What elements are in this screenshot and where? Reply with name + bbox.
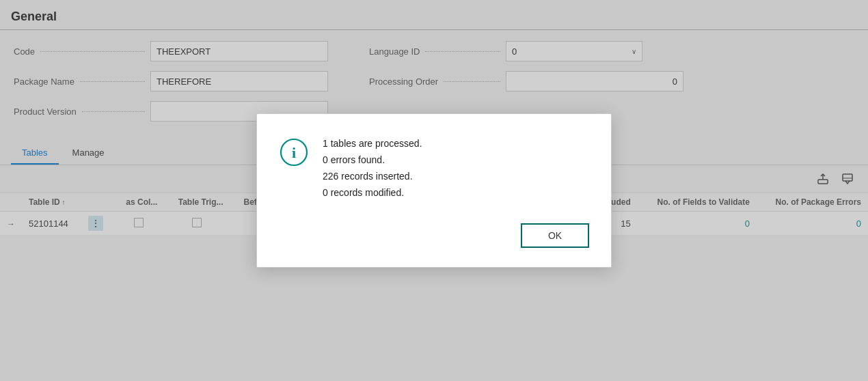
modal-overlay: i 1 tables are processed. 0 errors found…: [0, 0, 868, 381]
dialog-line1: 1 tables are processed.: [323, 136, 422, 152]
dialog: i 1 tables are processed. 0 errors found…: [256, 113, 612, 267]
page-background: General Code Language ID 0 ∨ Package Nam…: [0, 0, 868, 381]
svg-text:i: i: [292, 144, 296, 161]
dialog-line4: 0 records modified.: [323, 185, 422, 201]
dialog-actions: OK: [279, 223, 589, 248]
dialog-content: i 1 tables are processed. 0 errors found…: [279, 136, 589, 201]
dialog-line2: 0 errors found.: [323, 152, 422, 169]
ok-button[interactable]: OK: [521, 223, 589, 248]
dialog-message: 1 tables are processed. 0 errors found. …: [323, 136, 422, 201]
info-icon: i: [279, 137, 309, 167]
dialog-line3: 226 records inserted.: [323, 169, 422, 185]
